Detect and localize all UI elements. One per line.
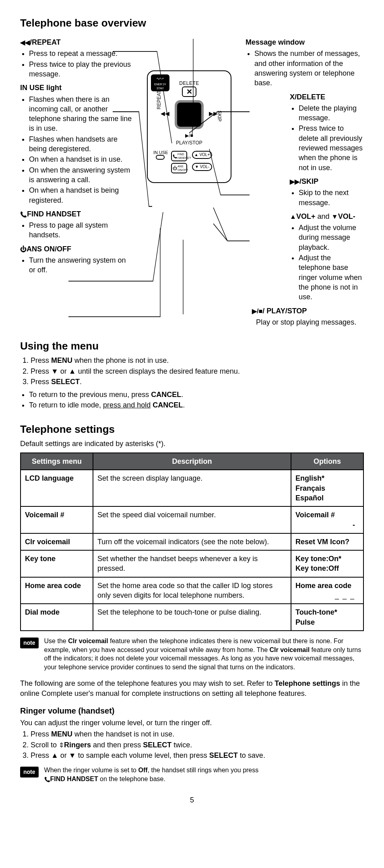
btn-vol-up: ▲ VOL+ <box>192 151 212 159</box>
btn-playstop: ▶/■ <box>185 132 193 139</box>
handset-icon <box>20 210 27 218</box>
note-badge: note <box>20 767 39 777</box>
inuse-led <box>156 155 165 160</box>
base-diagram: 〰 ENERGY STAR DELETE ✕ REPEAT SKIP ◀◀ ▶▶… <box>147 70 231 183</box>
vol-head: ▲VOL+ and ▼VOL- <box>246 212 364 221</box>
btn-find-handset: FINDHANDSET <box>171 151 187 161</box>
note-badge: note <box>20 638 39 648</box>
section-title: Telephone base overview <box>20 16 364 30</box>
repeat-head: ◀◀/REPEAT <box>20 37 133 47</box>
handset-icon <box>173 153 177 159</box>
page-number: 5 <box>20 795 364 805</box>
following-text: The following are some of the telephone … <box>20 679 364 698</box>
message-window <box>175 100 204 129</box>
skip-head: ▶▶/SKIP <box>246 177 364 186</box>
power-icon: ⏻ <box>20 245 27 253</box>
lbl-repeat: REPEAT <box>156 91 162 109</box>
skip-list: Skip to the next message. <box>246 188 364 208</box>
section-title: Telephone settings <box>20 422 364 436</box>
btn-repeat: ◀◀ <box>161 110 169 117</box>
ans-head: ⏻ANS ON/OFF <box>20 244 133 254</box>
table-row: Clr voicemailTurn off the voicemail indi… <box>21 533 363 550</box>
ans-list: Turn the answering system on or off. <box>20 255 133 275</box>
table-row: Dial modeSet the telephone to be touch-t… <box>21 604 363 631</box>
xdelete-head: X/DELETE <box>246 92 364 102</box>
energy-star-badge: 〰 ENERGY STAR <box>151 74 169 91</box>
ringer-intro: You can adjust the ringer volume level, … <box>20 718 364 728</box>
th-description: Description <box>93 453 291 470</box>
msgwin-list: Shows the number of messages, and other … <box>246 49 364 88</box>
find-list: Press to page all system handsets. <box>20 220 133 240</box>
note-clr-voicemail: note Use the Clr voicemail feature when … <box>20 637 364 671</box>
vol-list: Adjust the volume during message playbac… <box>246 223 364 302</box>
xdelete-list: Delete the playing message. Press twice … <box>246 103 364 173</box>
ringer-title: Ringer volume (handset) <box>20 706 364 716</box>
handset-icon <box>44 775 50 782</box>
note-ringer: note When the ringer volume is set to Of… <box>20 766 364 783</box>
btn-ans-onoff: ⏻ANSON/OFF <box>171 163 187 173</box>
ringer-steps: Press MENU when the handset is not in us… <box>20 729 364 760</box>
playstop-text: Play or stop playing messages. <box>246 317 364 327</box>
playstop-head: ▶/■/ PLAY/STOP <box>246 306 364 316</box>
table-row: LCD languageSet the screen display langu… <box>21 470 363 506</box>
find-head: FIND HANDSET <box>20 209 133 219</box>
menu-steps: Press MENU when the phone is not in use.… <box>20 356 364 387</box>
table-row: Home area codeSet the home area code so … <box>21 577 363 604</box>
menu-bullets: To return to the previous menu, press CA… <box>20 390 364 410</box>
settings-table: Settings menu Description Options LCD la… <box>20 453 364 631</box>
btn-skip: ▶▶ <box>209 110 218 117</box>
section-subtitle: Default settings are indicated by asteri… <box>20 439 364 448</box>
overview-grid: ◀◀/REPEAT Press to repeat a message. Pre… <box>20 34 364 327</box>
th-settings-menu: Settings menu <box>21 453 93 470</box>
table-row: Key toneSet whether the handset beeps wh… <box>21 550 363 577</box>
th-options: Options <box>291 453 363 470</box>
power-icon: ⏻ <box>173 165 177 171</box>
btn-delete: ✕ <box>182 86 196 97</box>
inuse-head: IN USE light <box>20 83 133 93</box>
section-title: Using the menu <box>20 339 364 353</box>
table-row: Voicemail #Set the speed dial voicemail … <box>21 506 363 533</box>
lbl-delete: DELETE <box>179 80 199 86</box>
inuse-list: Flashes when there is an incoming call, … <box>20 95 133 205</box>
lbl-playstop: PLAY/STOP <box>176 140 202 146</box>
scroll-icon: ⇕ <box>59 741 64 749</box>
btn-vol-down: ▼ VOL- <box>192 163 212 171</box>
repeat-list: Press to repeat a message. Press twice t… <box>20 49 133 79</box>
msgwin-head: Message window <box>246 37 364 47</box>
